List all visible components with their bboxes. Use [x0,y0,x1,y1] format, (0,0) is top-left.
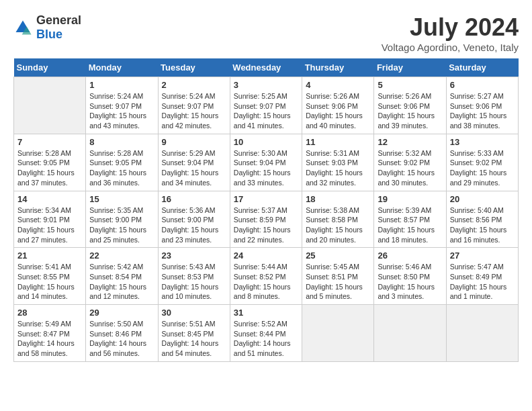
calendar-cell: 15Sunrise: 5:35 AM Sunset: 9:00 PM Dayli… [86,191,158,248]
day-number: 20 [450,194,515,204]
day-info: Sunrise: 5:32 AM Sunset: 9:02 PM Dayligh… [378,148,442,188]
day-info: Sunrise: 5:26 AM Sunset: 9:06 PM Dayligh… [378,91,442,131]
calendar-cell: 22Sunrise: 5:42 AM Sunset: 8:54 PM Dayli… [86,248,158,305]
calendar-cell: 4Sunrise: 5:26 AM Sunset: 9:06 PM Daylig… [302,77,374,134]
day-number: 15 [89,194,154,204]
day-number: 12 [378,137,442,147]
calendar-cell [374,305,446,362]
calendar-cell: 16Sunrise: 5:36 AM Sunset: 9:00 PM Dayli… [158,191,230,248]
day-number: 9 [162,137,226,147]
day-info: Sunrise: 5:49 AM Sunset: 8:47 PM Dayligh… [17,319,82,359]
calendar-cell: 12Sunrise: 5:32 AM Sunset: 9:02 PM Dayli… [374,134,446,191]
calendar-cell: 6Sunrise: 5:27 AM Sunset: 9:06 PM Daylig… [446,77,518,134]
logo: General Blue [13,13,81,42]
day-number: 30 [162,308,226,318]
column-header-saturday: Saturday [446,58,518,77]
calendar-cell: 24Sunrise: 5:44 AM Sunset: 8:52 PM Dayli… [230,248,302,305]
day-info: Sunrise: 5:37 AM Sunset: 8:59 PM Dayligh… [234,205,298,245]
day-number: 4 [306,80,370,90]
day-number: 14 [17,194,82,204]
day-info: Sunrise: 5:28 AM Sunset: 9:05 PM Dayligh… [89,148,154,188]
calendar-cell: 26Sunrise: 5:46 AM Sunset: 8:50 PM Dayli… [374,248,446,305]
logo-general-text: General [36,13,81,27]
calendar-cell: 9Sunrise: 5:29 AM Sunset: 9:04 PM Daylig… [158,134,230,191]
day-info: Sunrise: 5:29 AM Sunset: 9:04 PM Dayligh… [162,148,226,188]
calendar-cell [302,305,374,362]
logo-blue-text: Blue [36,28,62,41]
calendar-cell: 19Sunrise: 5:39 AM Sunset: 8:57 PM Dayli… [374,191,446,248]
day-number: 25 [306,250,370,261]
day-info: Sunrise: 5:24 AM Sunset: 9:07 PM Dayligh… [89,91,154,131]
day-number: 26 [378,250,442,261]
day-info: Sunrise: 5:27 AM Sunset: 9:06 PM Dayligh… [450,91,515,131]
calendar-cell: 13Sunrise: 5:33 AM Sunset: 9:02 PM Dayli… [446,134,518,191]
month-title: July 2024 [382,13,519,42]
calendar-cell: 31Sunrise: 5:52 AM Sunset: 8:44 PM Dayli… [230,305,302,362]
column-header-sunday: Sunday [14,58,86,77]
day-info: Sunrise: 5:45 AM Sunset: 8:51 PM Dayligh… [306,262,370,302]
calendar-cell: 29Sunrise: 5:50 AM Sunset: 8:46 PM Dayli… [86,305,158,362]
calendar-cell [14,77,86,134]
column-header-monday: Monday [86,58,158,77]
title-area: July 2024 Voltago Agordino, Veneto, Ital… [382,13,519,53]
day-info: Sunrise: 5:24 AM Sunset: 9:07 PM Dayligh… [162,91,226,131]
calendar-cell: 28Sunrise: 5:49 AM Sunset: 8:47 PM Dayli… [14,305,86,362]
day-number: 7 [17,137,82,147]
day-number: 2 [162,80,226,90]
calendar-cell: 7Sunrise: 5:28 AM Sunset: 9:05 PM Daylig… [14,134,86,191]
day-number: 11 [306,137,370,147]
day-number: 22 [89,250,154,261]
calendar-cell: 30Sunrise: 5:51 AM Sunset: 8:45 PM Dayli… [158,305,230,362]
location-subtitle: Voltago Agordino, Veneto, Italy [382,42,519,53]
calendar-cell [446,305,518,362]
calendar-cell: 5Sunrise: 5:26 AM Sunset: 9:06 PM Daylig… [374,77,446,134]
day-number: 28 [17,308,82,318]
day-info: Sunrise: 5:31 AM Sunset: 9:03 PM Dayligh… [306,148,370,188]
calendar-cell: 8Sunrise: 5:28 AM Sunset: 9:05 PM Daylig… [86,134,158,191]
calendar-week-row: 1Sunrise: 5:24 AM Sunset: 9:07 PM Daylig… [14,77,519,134]
calendar-cell: 14Sunrise: 5:34 AM Sunset: 9:01 PM Dayli… [14,191,86,248]
day-number: 17 [234,194,298,204]
day-number: 24 [234,250,298,261]
day-info: Sunrise: 5:36 AM Sunset: 9:00 PM Dayligh… [162,205,226,245]
day-info: Sunrise: 5:35 AM Sunset: 9:00 PM Dayligh… [89,205,154,245]
day-number: 8 [89,137,154,147]
calendar-cell: 27Sunrise: 5:47 AM Sunset: 8:49 PM Dayli… [446,248,518,305]
calendar-week-row: 21Sunrise: 5:41 AM Sunset: 8:55 PM Dayli… [14,248,519,305]
day-info: Sunrise: 5:30 AM Sunset: 9:04 PM Dayligh… [234,148,298,188]
day-number: 21 [17,250,82,261]
day-number: 6 [450,80,515,90]
day-info: Sunrise: 5:25 AM Sunset: 9:07 PM Dayligh… [234,91,298,131]
day-info: Sunrise: 5:26 AM Sunset: 9:06 PM Dayligh… [306,91,370,131]
calendar-cell: 17Sunrise: 5:37 AM Sunset: 8:59 PM Dayli… [230,191,302,248]
calendar-cell: 11Sunrise: 5:31 AM Sunset: 9:03 PM Dayli… [302,134,374,191]
calendar-header-row: SundayMondayTuesdayWednesdayThursdayFrid… [14,58,519,77]
day-number: 13 [450,137,515,147]
day-number: 19 [378,194,442,204]
day-info: Sunrise: 5:42 AM Sunset: 8:54 PM Dayligh… [89,262,154,302]
day-info: Sunrise: 5:44 AM Sunset: 8:52 PM Dayligh… [234,262,298,302]
column-header-thursday: Thursday [302,58,374,77]
column-header-friday: Friday [374,58,446,77]
day-info: Sunrise: 5:47 AM Sunset: 8:49 PM Dayligh… [450,262,515,302]
day-info: Sunrise: 5:34 AM Sunset: 9:01 PM Dayligh… [17,205,82,245]
day-number: 27 [450,250,515,261]
calendar-week-row: 14Sunrise: 5:34 AM Sunset: 9:01 PM Dayli… [14,191,519,248]
day-info: Sunrise: 5:39 AM Sunset: 8:57 PM Dayligh… [378,205,442,245]
day-number: 31 [234,308,298,318]
column-header-tuesday: Tuesday [158,58,230,77]
calendar-table: SundayMondayTuesdayWednesdayThursdayFrid… [13,58,519,362]
day-info: Sunrise: 5:28 AM Sunset: 9:05 PM Dayligh… [17,148,82,188]
calendar-cell: 10Sunrise: 5:30 AM Sunset: 9:04 PM Dayli… [230,134,302,191]
calendar-cell: 18Sunrise: 5:38 AM Sunset: 8:58 PM Dayli… [302,191,374,248]
day-number: 18 [306,194,370,204]
day-number: 1 [89,80,154,90]
logo-icon [13,18,32,37]
day-info: Sunrise: 5:33 AM Sunset: 9:02 PM Dayligh… [450,148,515,188]
calendar-cell: 25Sunrise: 5:45 AM Sunset: 8:51 PM Dayli… [302,248,374,305]
day-number: 23 [162,250,226,261]
day-info: Sunrise: 5:46 AM Sunset: 8:50 PM Dayligh… [378,262,442,302]
day-info: Sunrise: 5:38 AM Sunset: 8:58 PM Dayligh… [306,205,370,245]
page-header: General Blue July 2024 Voltago Agordino,… [13,13,519,53]
day-number: 3 [234,80,298,90]
